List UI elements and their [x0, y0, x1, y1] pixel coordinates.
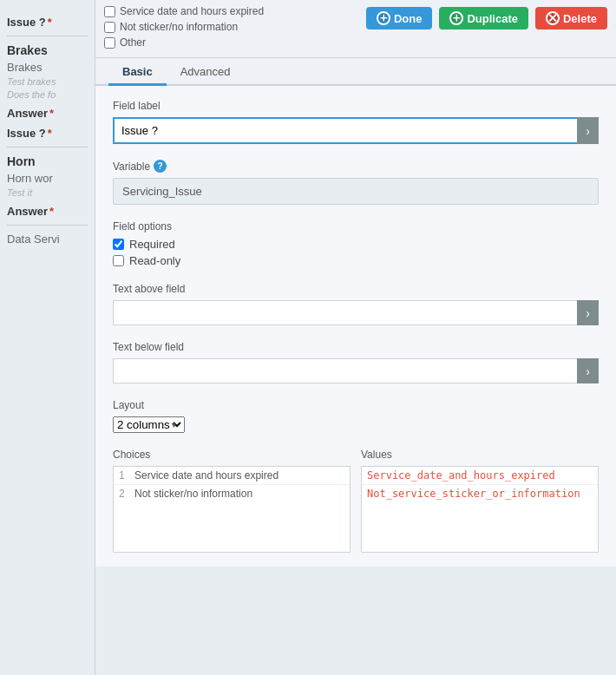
text-below-group: Text below field ›: [113, 341, 599, 383]
layout-select-wrap: 1 column 2 columns 3 columns 4 columns: [113, 416, 185, 433]
sidebar-horn-work: Horn wor: [7, 172, 88, 185]
checkbox-not-sticker-label: Not sticker/no information: [120, 21, 238, 33]
sidebar-test-it: Test it: [7, 187, 88, 198]
sidebar-answer2: Answer*: [7, 205, 88, 218]
readonly-label: Read-only: [129, 254, 180, 267]
choices-label: Choices: [113, 449, 351, 461]
field-label-arrow-btn[interactable]: ›: [577, 117, 599, 144]
text-below-label: Text below field: [113, 341, 599, 353]
topbar-checkboxes: Service date and hours expired Not stick…: [104, 5, 366, 52]
checkbox-not-sticker[interactable]: [104, 22, 115, 33]
field-label-input[interactable]: [113, 117, 577, 144]
checkbox-not-sticker-row: Not sticker/no information: [104, 21, 366, 33]
values-col: Values Service_date_and_hours_expired No…: [361, 449, 599, 553]
choice-text-1: Service date and hours expired: [134, 469, 279, 482]
required-label: Required: [129, 238, 175, 251]
readonly-option-row: Read-only: [113, 254, 599, 267]
field-options-group: Field options Required Read-only: [113, 220, 599, 267]
text-above-input[interactable]: [113, 300, 577, 325]
choices-table: 1 Service date and hours expired 2 Not s…: [113, 466, 351, 553]
text-below-input-row: ›: [113, 358, 599, 383]
text-above-label: Text above field: [113, 283, 599, 295]
form-area: Field label › Variable ? Servicing_Issue…: [95, 86, 616, 567]
duplicate-label: Duplicate: [467, 12, 518, 25]
values-label: Values: [361, 449, 599, 461]
choices-col: Choices 1 Service date and hours expired…: [113, 449, 351, 553]
field-options-label: Field options: [113, 220, 599, 233]
variable-label: Variable: [113, 161, 150, 173]
sidebar-test-brakes: Test brakes: [7, 76, 88, 87]
field-label-input-row: ›: [113, 117, 599, 144]
text-below-arrow-btn[interactable]: ›: [577, 358, 599, 383]
done-label: Done: [394, 12, 423, 25]
sidebar: Issue ?* Brakes Brakes Test brakes Does …: [0, 0, 95, 675]
duplicate-icon: ＋: [449, 11, 463, 25]
choice-row-1: 1 Service date and hours expired: [114, 467, 350, 485]
sidebar-answer1: Answer*: [7, 107, 88, 120]
required-option-row: Required: [113, 238, 599, 251]
choice-row-2: 2 Not sticker/no information: [114, 485, 350, 502]
field-label-group: Field label ›: [113, 100, 599, 144]
tab-advanced[interactable]: Advanced: [167, 58, 245, 86]
sidebar-does-the: Does the fo: [7, 89, 88, 100]
text-above-arrow-btn[interactable]: ›: [577, 300, 599, 325]
checkbox-other-label: Other: [120, 36, 146, 49]
variable-help-icon[interactable]: ?: [154, 160, 167, 173]
topbar-actions: ＋ Done ＋ Duplicate ✕ Delete: [366, 5, 607, 29]
top-bar: Service date and hours expired Not stick…: [95, 0, 616, 58]
layout-select[interactable]: 1 column 2 columns 3 columns 4 columns: [113, 416, 185, 433]
done-icon: ＋: [377, 11, 390, 25]
sidebar-brakes-label: Brakes: [7, 61, 88, 74]
variable-group: Variable ? Servicing_Issue: [113, 160, 599, 205]
value-text-2: Not_service_sticker_or_information: [367, 488, 580, 500]
required-checkbox[interactable]: [113, 239, 124, 250]
readonly-checkbox[interactable]: [113, 255, 124, 266]
delete-button[interactable]: ✕ Delete: [535, 7, 607, 29]
value-row-1: Service_date_and_hours_expired: [362, 467, 598, 485]
checkbox-service-expired-row: Service date and hours expired: [104, 5, 366, 17]
layout-group: Layout 1 column 2 columns 3 columns 4 co…: [113, 399, 599, 433]
sidebar-data-serv: Data Servi: [7, 233, 88, 246]
sidebar-issue2: Issue ?*: [7, 127, 88, 140]
right-panel: Service date and hours expired Not stick…: [95, 0, 616, 675]
choice-text-2: Not sticker/no information: [134, 488, 252, 500]
sidebar-issue-top: Issue ?*: [7, 16, 88, 29]
choice-num-2: 2: [119, 488, 129, 500]
checkbox-other-row: Other: [104, 36, 366, 49]
values-table: Service_date_and_hours_expired Not_servi…: [361, 466, 599, 553]
done-button[interactable]: ＋ Done: [366, 7, 433, 29]
choices-values-row: Choices 1 Service date and hours expired…: [113, 449, 599, 553]
delete-icon: ✕: [546, 11, 560, 25]
sidebar-horn-title: Horn: [7, 154, 88, 168]
sidebar-brakes-title: Brakes: [7, 43, 88, 57]
delete-label: Delete: [563, 12, 597, 25]
tab-basic[interactable]: Basic: [108, 58, 167, 86]
choice-num-1: 1: [119, 469, 129, 482]
checkbox-other[interactable]: [104, 37, 115, 49]
checkbox-service-expired[interactable]: [104, 6, 115, 17]
text-above-group: Text above field ›: [113, 283, 599, 325]
tabs-bar: Basic Advanced: [95, 58, 616, 86]
value-row-2: Not_service_sticker_or_information: [362, 485, 598, 502]
text-above-input-row: ›: [113, 300, 599, 325]
variable-value: Servicing_Issue: [113, 178, 599, 205]
text-below-input[interactable]: [113, 358, 577, 383]
field-label-label: Field label: [113, 100, 599, 112]
layout-label: Layout: [113, 399, 599, 411]
checkbox-service-expired-label: Service date and hours expired: [120, 5, 264, 17]
value-text-1: Service_date_and_hours_expired: [367, 469, 555, 482]
duplicate-button[interactable]: ＋ Duplicate: [439, 7, 528, 29]
